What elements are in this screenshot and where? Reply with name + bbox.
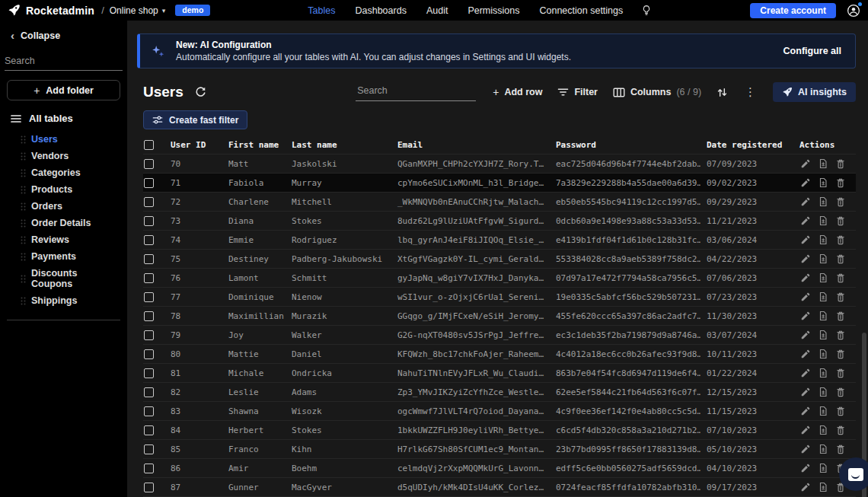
edit-row-pencil-icon[interactable] <box>800 349 811 359</box>
header-email[interactable]: Email <box>391 140 550 150</box>
header-first-name[interactable]: First name <box>222 140 286 150</box>
duplicate-row-icon[interactable] <box>818 387 828 397</box>
configure-all-button[interactable]: Configure all <box>783 46 841 56</box>
duplicate-row-icon[interactable] <box>818 406 828 416</box>
delete-row-trash-icon[interactable] <box>835 406 846 416</box>
lightbulb-icon[interactable] <box>641 5 652 16</box>
delete-row-trash-icon[interactable] <box>835 177 846 188</box>
table-row[interactable]: 75 Destiney Padberg-Jakubowski XtGgfVGag… <box>143 250 856 269</box>
columns-button[interactable]: Columns (6 / 9) <box>613 87 701 97</box>
duplicate-row-icon[interactable] <box>818 311 828 321</box>
duplicate-row-icon[interactable] <box>818 234 828 245</box>
delete-row-trash-icon[interactable] <box>835 368 846 378</box>
table-row[interactable]: 80 Mattie Daniel KFQWzh_8bc17chkFoAjer_R… <box>143 345 856 364</box>
table-row[interactable]: 78 Maximillian Murazik GGqgo_g/IMjFCxeN/… <box>143 307 856 326</box>
table-row[interactable]: 71 Fabiola Murray cpYmo6eSUCixMOnML_h3l_… <box>143 174 856 193</box>
sidebar-item-discounts-coupons[interactable]: Discounts Coupons <box>0 265 127 292</box>
edit-row-pencil-icon[interactable] <box>800 444 811 454</box>
duplicate-row-icon[interactable] <box>818 196 828 207</box>
table-row[interactable]: 87 Gunner MacGyver d5qUDIyh/kMk4DIsU4uKK… <box>143 478 856 497</box>
table-row[interactable]: 72 Charlene Mitchell _WkMNQVb0nEAnuCChRj… <box>143 193 856 212</box>
row-checkbox[interactable] <box>144 197 154 207</box>
row-checkbox[interactable] <box>144 254 154 264</box>
delete-row-trash-icon[interactable] <box>835 292 846 302</box>
delete-row-trash-icon[interactable] <box>835 444 846 454</box>
edit-row-pencil-icon[interactable] <box>800 387 811 397</box>
ai-insights-button[interactable]: AI insights <box>773 82 856 102</box>
edit-row-pencil-icon[interactable] <box>800 215 811 226</box>
scrollbar-track[interactable] <box>860 177 868 497</box>
sidebar-search-input[interactable] <box>5 53 123 71</box>
connection-select[interactable]: Online shop ▾ <box>110 5 166 16</box>
row-checkbox[interactable] <box>144 464 154 473</box>
delete-row-trash-icon[interactable] <box>835 215 846 226</box>
duplicate-row-icon[interactable] <box>818 444 828 454</box>
nav-permissions[interactable]: Permissions <box>468 5 519 16</box>
duplicate-row-icon[interactable] <box>818 425 828 435</box>
edit-row-pencil-icon[interactable] <box>800 368 811 378</box>
duplicate-row-icon[interactable] <box>818 177 828 188</box>
table-search-input[interactable] <box>356 84 476 101</box>
table-row[interactable]: 83 Shawna Wisozk ogcWmwf7JlVLT4rQ7oiod_D… <box>143 402 856 421</box>
edit-row-pencil-icon[interactable] <box>800 158 811 169</box>
edit-row-pencil-icon[interactable] <box>800 177 811 188</box>
delete-row-trash-icon[interactable] <box>835 349 846 359</box>
table-row[interactable]: 76 Lamont Schmitt gyJapNq_w8giY7vIX7HxJ_… <box>143 269 856 288</box>
row-checkbox[interactable] <box>144 311 154 321</box>
all-tables-header[interactable]: All tables <box>0 100 127 131</box>
delete-row-trash-icon[interactable] <box>835 387 846 397</box>
nav-connection-settings[interactable]: Connection settings <box>539 5 623 16</box>
select-all-checkbox[interactable] <box>144 140 154 150</box>
row-checkbox[interactable] <box>144 425 154 435</box>
duplicate-row-icon[interactable] <box>818 253 828 264</box>
filter-button[interactable]: Filter <box>557 87 598 97</box>
table-row[interactable]: 82 Leslie Adams Zp3_YMvJIKZyiZcYfhZce_We… <box>143 383 856 402</box>
collapse-button[interactable]: ‹ Collapse <box>0 21 127 49</box>
delete-row-trash-icon[interactable] <box>835 272 846 283</box>
delete-row-trash-icon[interactable] <box>835 311 846 321</box>
row-checkbox[interactable] <box>144 178 154 188</box>
sidebar-item-vendors[interactable]: Vendors <box>0 148 127 164</box>
duplicate-row-icon[interactable] <box>818 215 828 226</box>
edit-row-pencil-icon[interactable] <box>800 463 811 473</box>
delete-row-trash-icon[interactable] <box>835 253 846 264</box>
duplicate-row-icon[interactable] <box>818 330 828 340</box>
edit-row-pencil-icon[interactable] <box>800 272 811 283</box>
duplicate-row-icon[interactable] <box>818 463 828 473</box>
header-date-registered[interactable]: Date registered <box>700 140 793 150</box>
edit-row-pencil-icon[interactable] <box>800 311 811 321</box>
add-folder-button[interactable]: + Add folder <box>7 80 120 100</box>
row-checkbox[interactable] <box>144 368 154 378</box>
table-row[interactable]: 79 Joy Walker G2G-nqXT0480sv5JSrPgJ_Jeff… <box>143 326 856 345</box>
row-checkbox[interactable] <box>144 159 154 169</box>
row-checkbox[interactable] <box>144 273 154 283</box>
sidebar-item-payments[interactable]: Payments <box>0 248 127 265</box>
refresh-icon[interactable] <box>194 86 207 99</box>
edit-row-pencil-icon[interactable] <box>800 330 811 340</box>
row-checkbox[interactable] <box>144 483 154 492</box>
table-row[interactable]: 74 Emmie Rodriguez lbq_gyrAnJ4eiF8iJIQOq… <box>143 231 856 250</box>
edit-row-pencil-icon[interactable] <box>800 253 811 264</box>
edit-row-pencil-icon[interactable] <box>800 425 811 435</box>
row-checkbox[interactable] <box>144 292 154 302</box>
chat-widget-button[interactable] <box>839 457 868 491</box>
duplicate-row-icon[interactable] <box>818 368 828 378</box>
edit-row-pencil-icon[interactable] <box>800 482 811 492</box>
edit-row-pencil-icon[interactable] <box>800 406 811 416</box>
create-fast-filter-button[interactable]: Create fast filter <box>143 110 247 129</box>
delete-row-trash-icon[interactable] <box>835 425 846 435</box>
table-row[interactable]: 86 Amir Boehm celmdqVj2rXxpMQQMkUrG_Lavo… <box>143 459 856 478</box>
header-last-name[interactable]: Last name <box>286 140 391 150</box>
row-checkbox[interactable] <box>144 406 154 416</box>
duplicate-row-icon[interactable] <box>818 292 828 302</box>
row-checkbox[interactable] <box>144 349 154 359</box>
nav-audit[interactable]: Audit <box>426 5 448 16</box>
more-options-kebab-icon[interactable]: ⋮ <box>743 85 758 99</box>
table-row[interactable]: 70 Matt Jaskolski QGanMXPH_CHPh2cYXJH7Z_… <box>143 155 856 174</box>
table-row[interactable]: 81 Michale Ondricka NahuTiTNlnEVyJFLxR_W… <box>143 364 856 383</box>
sidebar-item-products[interactable]: Products <box>0 181 127 198</box>
delete-row-trash-icon[interactable] <box>835 196 846 207</box>
duplicate-row-icon[interactable] <box>818 349 828 359</box>
edit-row-pencil-icon[interactable] <box>800 196 811 207</box>
edit-row-pencil-icon[interactable] <box>800 292 811 302</box>
